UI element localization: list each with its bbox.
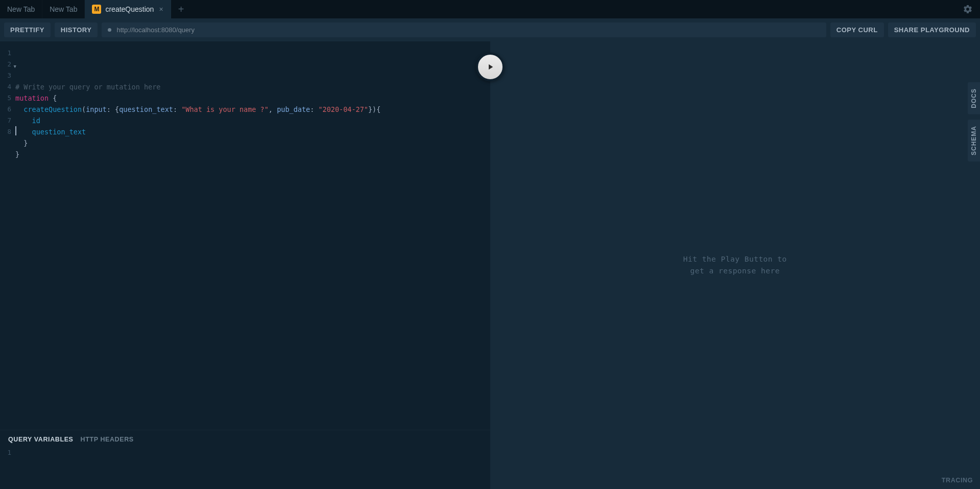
- url-input[interactable]: http://localhost:8080/query: [102, 22, 826, 37]
- tab-new-2[interactable]: New Tab: [42, 0, 85, 18]
- line-number: 1: [0, 48, 11, 59]
- placeholder-line: get a response here: [683, 265, 787, 277]
- gear-icon[interactable]: [963, 4, 973, 14]
- mutation-badge: M: [92, 5, 101, 14]
- copy-curl-button[interactable]: COPY CURL: [830, 22, 884, 37]
- line-number: 7: [0, 115, 11, 126]
- variables-editor[interactable]: 1: [0, 447, 490, 489]
- query-editor[interactable]: 1 2 3 4 5 6 7 8 ▼ # Write your query or …: [0, 41, 490, 430]
- query-pane: 1 2 3 4 5 6 7 8 ▼ # Write your query or …: [0, 41, 490, 489]
- tab-bar: New Tab New Tab M createQuestion × +: [0, 0, 980, 18]
- share-playground-button[interactable]: SHARE PLAYGROUND: [888, 22, 976, 37]
- main-area: 1 2 3 4 5 6 7 8 ▼ # Write your query or …: [0, 41, 980, 489]
- response-placeholder: Hit the Play Button to get a response he…: [683, 253, 787, 277]
- schema-tab[interactable]: SCHEMA: [968, 120, 980, 161]
- tab-label: New Tab: [7, 5, 35, 13]
- toolbar: PRETTIFY HISTORY http://localhost:8080/q…: [0, 18, 980, 41]
- add-tab-button[interactable]: +: [171, 0, 192, 18]
- variables-tabs: QUERY VARIABLES HTTP HEADERS: [0, 430, 490, 447]
- tab-label: New Tab: [50, 5, 77, 13]
- line-number: 4: [0, 81, 11, 92]
- play-button[interactable]: [476, 53, 505, 81]
- tab-label: createQuestion: [105, 5, 154, 13]
- text-cursor: [15, 126, 16, 135]
- line-number: 5: [0, 92, 11, 104]
- side-tabs: DOCS SCHEMA: [968, 82, 980, 161]
- tab-create-question[interactable]: M createQuestion ×: [85, 0, 171, 18]
- play-icon: [486, 62, 495, 72]
- tab-new-1[interactable]: New Tab: [0, 0, 42, 18]
- docs-tab[interactable]: DOCS: [968, 82, 980, 114]
- line-number: 8: [0, 126, 11, 137]
- tab-query-variables[interactable]: QUERY VARIABLES: [8, 436, 74, 443]
- status-dot-icon: [108, 28, 111, 32]
- line-number: 6: [0, 104, 11, 115]
- prettify-button[interactable]: PRETTIFY: [4, 22, 51, 37]
- line-number: 1: [0, 447, 11, 458]
- line-number: 3: [0, 70, 11, 81]
- variables-section: QUERY VARIABLES HTTP HEADERS 1: [0, 430, 490, 489]
- vars-line-gutter: 1: [0, 447, 15, 458]
- history-button[interactable]: HISTORY: [55, 22, 98, 37]
- close-icon[interactable]: ×: [159, 5, 163, 13]
- line-number: 2: [0, 59, 11, 70]
- line-gutter: 1 2 3 4 5 6 7 8 ▼: [0, 48, 15, 430]
- tab-http-headers[interactable]: HTTP HEADERS: [81, 436, 134, 443]
- placeholder-line: Hit the Play Button to: [683, 253, 787, 265]
- code-area[interactable]: # Write your query or mutation heremutat…: [15, 48, 490, 430]
- url-text: http://localhost:8080/query: [116, 26, 195, 34]
- tracing-label[interactable]: TRACING: [942, 477, 973, 484]
- response-pane: Hit the Play Button to get a response he…: [490, 41, 981, 489]
